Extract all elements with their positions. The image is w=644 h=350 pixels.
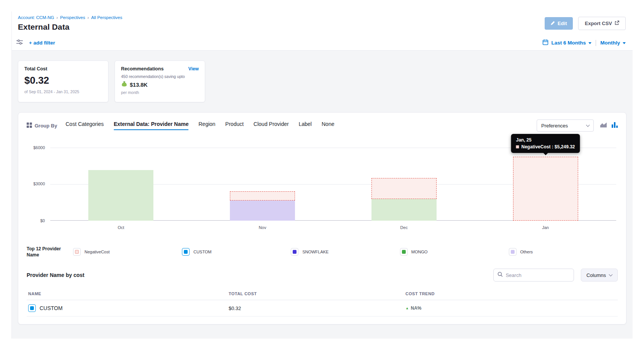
groupby-tab-label[interactable]: Label [299, 121, 312, 130]
bar-segment-mongo[interactable] [371, 199, 437, 221]
bar-segment-negativecost[interactable] [230, 191, 295, 200]
bar-stack [88, 148, 153, 221]
money-bag-icon [121, 81, 128, 88]
bar-stack [230, 148, 295, 221]
chart-controls: Preferences [537, 119, 618, 132]
legend-title: Top 12 Provider Name [27, 246, 66, 258]
granularity-selector[interactable]: Monthly [600, 40, 620, 46]
chart-y-axis: $6000 $3000 $0 [27, 148, 47, 221]
group-by-row: Group By Cost Categories External Data: … [27, 119, 618, 132]
group-by-tabs: Cost Categories External Data: Provider … [65, 121, 334, 130]
bar-stack [513, 148, 578, 221]
chart-bars: Oct Nov Dec Jan [50, 148, 616, 221]
table-search-box [493, 269, 574, 282]
chevron-down-icon [586, 123, 590, 127]
pencil-icon [551, 21, 555, 26]
bar-chart-icon[interactable] [612, 122, 618, 129]
date-controls: Last 6 Months Monthly [542, 39, 626, 46]
caret-down-icon[interactable] [588, 42, 591, 44]
bar-segment-others[interactable] [230, 200, 295, 221]
legend-item-others[interactable]: Others [509, 248, 618, 256]
table-title: Provider Name by cost [27, 272, 84, 278]
bar-column-dec: Dec [333, 148, 475, 221]
preferences-dropdown[interactable]: Preferences [537, 119, 594, 132]
x-label-jan: Jan [475, 225, 616, 230]
recommendations-frequency: per month [121, 90, 199, 95]
app-window: Account: CCM-NG › Perspectives › All Per… [11, 11, 633, 339]
row-total-cost: $0.32 [229, 305, 406, 311]
breadcrumb-perspectives[interactable]: Perspectives [60, 15, 85, 20]
calendar-icon [542, 39, 548, 46]
bar-segment-negativecost[interactable] [513, 157, 578, 221]
groupby-tab-cloud-provider[interactable]: Cloud Provider [253, 121, 289, 130]
groupby-tab-region[interactable]: Region [198, 121, 215, 130]
total-cost-period: of Sep 01, 2024 - Jan 31, 2025 [24, 89, 102, 94]
bar-column-nov: Nov [192, 148, 333, 221]
total-cost-card: Total Cost $0.32 of Sep 01, 2024 - Jan 3… [18, 60, 108, 102]
chart-tooltip: Jan, 25 NegativeCost : $5,249.32 [511, 134, 580, 153]
breadcrumb-separator-icon: › [56, 15, 58, 20]
breadcrumb-separator-icon: › [88, 15, 89, 20]
row-provider-swatch [28, 304, 36, 312]
legend-item-mongo[interactable]: MONGO [400, 248, 509, 256]
legend-swatch-custom [182, 248, 190, 256]
y-tick-3000: $3000 [24, 181, 45, 186]
filter-panel-toggle-icon[interactable] [16, 39, 23, 46]
bar-segment-mongo[interactable] [88, 170, 153, 221]
recommendations-view-link[interactable]: View [188, 66, 199, 72]
edit-button[interactable]: Edit [545, 17, 573, 30]
export-csv-button[interactable]: Export CSV [578, 17, 626, 30]
external-link-icon [615, 21, 619, 26]
legend-item-negativecost[interactable]: NegativeCost [73, 248, 182, 256]
recommendations-card: Recommendations View 450 recommendation(… [115, 60, 205, 102]
legend-item-snowflake[interactable]: SNOWFLAKE [291, 248, 400, 256]
col-header-cost-trend: COST TREND [405, 291, 618, 296]
area-chart-icon[interactable] [600, 122, 607, 129]
total-cost-label: Total Cost [24, 66, 102, 72]
table-header: NAME TOTAL COST COST TREND [27, 288, 618, 300]
header-left: Account: CCM-NG › Perspectives › All Per… [18, 15, 122, 32]
table-row[interactable]: CUSTOM $0.32 ▲ NA% [27, 300, 618, 317]
y-tick-0: $0 [24, 218, 45, 223]
edit-button-label: Edit [558, 21, 567, 26]
groupby-tab-product[interactable]: Product [225, 121, 244, 130]
x-label-oct: Oct [50, 225, 192, 230]
add-filter-button[interactable]: + add filter [29, 40, 55, 46]
legend-swatch-negativecost [73, 248, 81, 256]
preferences-label: Preferences [541, 123, 568, 129]
recommendations-subtitle: 450 recommendation(s) saving upto [121, 74, 199, 79]
columns-button[interactable]: Columns [581, 269, 618, 282]
chart-plot-area: Oct Nov Dec Jan [50, 148, 616, 221]
breadcrumb-account[interactable]: Account: CCM-NG [18, 15, 54, 20]
group-by-label: Group By [27, 123, 57, 129]
groupby-tab-external-data[interactable]: External Data: Provider Name [114, 121, 189, 130]
groupby-tab-cost-categories[interactable]: Cost Categories [65, 121, 104, 130]
tooltip-title: Jan, 25 [516, 137, 575, 143]
header-actions: Edit Export CSV [545, 17, 626, 30]
tooltip-entry-text: NegativeCost : $5,249.32 [521, 144, 575, 150]
caret-down-icon[interactable] [623, 42, 626, 44]
columns-button-label: Columns [587, 272, 606, 278]
group-by-grid-icon [27, 123, 32, 129]
chevron-down-icon [609, 273, 613, 277]
legend-swatch-others [509, 248, 516, 256]
total-cost-value: $0.32 [24, 75, 102, 86]
col-header-total-cost: TOTAL COST [229, 291, 406, 296]
page-header: Account: CCM-NG › Perspectives › All Per… [12, 11, 633, 35]
trend-up-icon: ▲ [405, 306, 409, 310]
table-toolbar: Provider Name by cost Columns [27, 269, 618, 282]
content-area: Total Cost $0.32 of Sep 01, 2024 - Jan 3… [12, 51, 633, 339]
legend-item-custom[interactable]: CUSTOM [182, 248, 291, 256]
groupby-tab-none[interactable]: None [322, 121, 334, 130]
provider-cost-table: NAME TOTAL COST COST TREND CUSTOM $0.32 … [27, 288, 618, 317]
tooltip-series-swatch [516, 145, 519, 148]
x-label-nov: Nov [192, 225, 333, 230]
x-label-dec: Dec [333, 225, 475, 230]
breadcrumb: Account: CCM-NG › Perspectives › All Per… [18, 15, 122, 20]
search-input[interactable] [506, 272, 570, 278]
bar-segment-negativecost[interactable] [371, 178, 437, 199]
date-range-selector[interactable]: Last 6 Months [551, 40, 586, 46]
breadcrumb-all-perspectives[interactable]: All Perspectives [91, 15, 122, 20]
cost-chart: $6000 $3000 $0 Oct No [27, 142, 618, 233]
divider [596, 40, 596, 46]
